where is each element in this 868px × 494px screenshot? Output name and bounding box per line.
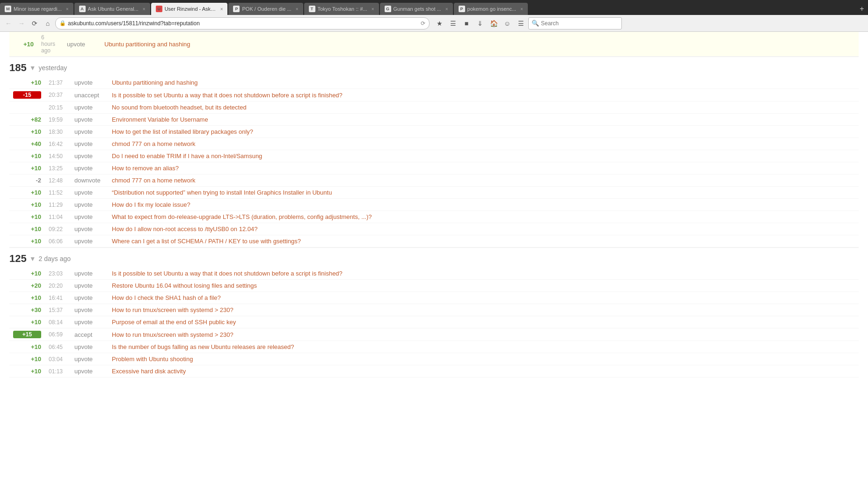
title-cell[interactable]: Is the number of bugs falling as new Ubu…: [108, 341, 859, 353]
action-cell: upvote: [71, 304, 108, 316]
time-cell: 09:22: [45, 223, 71, 235]
browser-tab-tab5[interactable]: TTokyo Toshokan :: #...×: [304, 3, 379, 15]
tab-close-button[interactable]: ×: [143, 7, 146, 12]
title-cell[interactable]: chmod 777 on a home network: [108, 174, 859, 187]
question-link[interactable]: What to expect from do-release-upgrade L…: [112, 213, 372, 220]
question-link[interactable]: Environment Variable for Username: [112, 116, 208, 123]
tab-close-button[interactable]: ×: [372, 7, 374, 12]
question-link[interactable]: How do I allow non-root access to /ttyUS…: [112, 225, 257, 232]
time-cell: 23:03: [45, 268, 71, 280]
question-link[interactable]: Do I need to enable TRIM if I have a non…: [112, 153, 262, 160]
question-link[interactable]: How to run tmux/screen with systemd > 23…: [112, 306, 233, 313]
question-link[interactable]: How do I fix my locale issue?: [112, 201, 190, 208]
back-button[interactable]: ←: [3, 18, 14, 29]
title-cell[interactable]: Do I need to enable TRIM if I have a non…: [108, 150, 859, 162]
title-cell[interactable]: Purpose of email at the end of SSH publi…: [108, 316, 859, 328]
title-cell[interactable]: Environment Variable for Username: [108, 114, 859, 126]
day-arrow-icon[interactable]: ▼: [29, 255, 36, 262]
title-cell[interactable]: “Distribution not supported” when trying…: [108, 187, 859, 199]
question-link[interactable]: How to remove an alias?: [112, 165, 179, 172]
action-cell: upvote: [71, 102, 108, 114]
browser-tab-tab4[interactable]: PPOK / Ouderen die ...×: [228, 3, 303, 15]
question-link[interactable]: How do I check the SHA1 hash of a file?: [112, 294, 221, 301]
bookmark-star-button[interactable]: ★: [433, 17, 445, 29]
question-link[interactable]: How to run tmux/screen with systemd > 23…: [112, 331, 233, 338]
forward-button[interactable]: →: [16, 18, 27, 29]
table-row: +10 23:03 upvote Is it possible to set U…: [9, 268, 859, 280]
title-cell[interactable]: How to remove an alias?: [108, 162, 859, 174]
title-cell[interactable]: How do I check the SHA1 hash of a file?: [108, 292, 859, 304]
question-link[interactable]: Is the number of bugs falling as new Ubu…: [112, 343, 294, 350]
action-cell: upvote: [63, 32, 101, 57]
shield-button[interactable]: ■: [460, 17, 473, 29]
browser-tab-tab1[interactable]: MMinor issue regardi...×: [0, 3, 73, 15]
browser-tab-tab2[interactable]: AAsk Ubuntu General...×: [74, 3, 150, 15]
tab-close-button[interactable]: ×: [445, 7, 448, 12]
title-cell[interactable]: Where can I get a list of SCHEMA / PATH …: [108, 235, 859, 247]
title-cell[interactable]: chmod 777 on a home network: [108, 138, 859, 150]
question-link[interactable]: “Distribution not supported” when trying…: [112, 189, 332, 196]
question-link[interactable]: Ubuntu partitioning and hashing: [104, 41, 190, 48]
title-cell[interactable]: Excessive hard disk activity: [108, 365, 859, 378]
reader-mode-button[interactable]: ☰: [447, 17, 459, 29]
reload-button[interactable]: ⟳: [29, 18, 40, 29]
browser-tab-tab6[interactable]: GGunman gets shot ...×: [380, 3, 453, 15]
tab-close-button[interactable]: ×: [296, 7, 299, 12]
title-cell[interactable]: What to expect from do-release-upgrade L…: [108, 211, 859, 223]
time-cell: 20:15: [45, 102, 71, 114]
table-row: +82 19:59 upvote Environment Variable fo…: [9, 114, 859, 126]
title-cell[interactable]: Ubuntu partitioning and hashing: [108, 77, 859, 89]
tab-close-button[interactable]: ×: [220, 7, 223, 12]
address-bar[interactable]: 🔒 ⟳: [55, 17, 430, 29]
title-cell[interactable]: How to run tmux/screen with systemd > 23…: [108, 304, 859, 316]
browser-tab-tab7[interactable]: Ppokemon go insenc...×: [454, 3, 528, 15]
time-cell: 18:30: [45, 126, 71, 138]
table-row: -15 20:37 unaccept Is it possible to set…: [9, 89, 859, 102]
day-header: 185 ▼ yesterday: [9, 57, 859, 77]
score-cell: +10: [9, 211, 45, 223]
action-cell: upvote: [71, 316, 108, 328]
score-value: +10: [31, 238, 41, 245]
title-cell[interactable]: How do I fix my locale issue?: [108, 199, 859, 211]
question-link[interactable]: Purpose of email at the end of SSH publi…: [112, 319, 236, 326]
refresh-icon[interactable]: ⟳: [421, 20, 425, 27]
question-link[interactable]: Where can I get a list of SCHEMA / PATH …: [112, 238, 301, 245]
tab-close-button[interactable]: ×: [66, 7, 69, 12]
search-input[interactable]: [541, 20, 619, 27]
title-cell[interactable]: How to run tmux/screen with systemd > 23…: [108, 328, 859, 341]
title-cell[interactable]: How do I allow non-root access to /ttyUS…: [108, 223, 859, 235]
address-input[interactable]: [68, 20, 419, 27]
search-bar[interactable]: 🔍: [528, 17, 622, 29]
score-value: +30: [31, 306, 41, 313]
score-cell: +30: [9, 304, 45, 316]
question-link[interactable]: chmod 777 on a home network: [112, 177, 196, 184]
browser-tab-tab3[interactable]: UUser Rinzwind - Ask ...×: [151, 3, 228, 15]
title-cell[interactable]: Is it possible to set Ubuntu a way that …: [108, 268, 859, 280]
new-tab-button[interactable]: +: [856, 3, 868, 15]
time-cell: 12:48: [45, 174, 71, 187]
title-cell[interactable]: How to get the list of installed library…: [108, 126, 859, 138]
home-nav-button[interactable]: 🏠: [488, 17, 500, 29]
day-arrow-icon[interactable]: ▼: [29, 64, 36, 72]
question-link[interactable]: Problem with Ubuntu shooting: [112, 356, 193, 363]
title-cell[interactable]: Problem with Ubuntu shooting: [108, 353, 859, 365]
question-link[interactable]: Is it possible to set Ubuntu a way that …: [112, 270, 343, 277]
home-button[interactable]: ⌂: [42, 18, 53, 29]
menu-button[interactable]: ☰: [515, 17, 527, 29]
title-cell[interactable]: No sound from bluetooth headset, but its…: [108, 102, 859, 114]
question-link[interactable]: Excessive hard disk activity: [112, 368, 186, 375]
tab-close-button[interactable]: ×: [520, 7, 523, 12]
smiley-button[interactable]: ☺: [501, 17, 513, 29]
question-link[interactable]: chmod 777 on a home network: [112, 140, 196, 147]
score-cell: +10: [9, 341, 45, 353]
question-link[interactable]: How to get the list of installed library…: [112, 128, 253, 135]
question-link[interactable]: Is it possible to set Ubuntu a way that …: [112, 92, 343, 99]
score-cell: +10: [9, 199, 45, 211]
title-cell[interactable]: Ubuntu partitioning and hashing: [101, 32, 859, 57]
question-link[interactable]: Restore Ubuntu 16.04 without losing file…: [112, 282, 257, 289]
download-button[interactable]: ⇓: [474, 17, 486, 29]
question-link[interactable]: Ubuntu partitioning and hashing: [112, 79, 198, 86]
title-cell[interactable]: Restore Ubuntu 16.04 without losing file…: [108, 280, 859, 292]
title-cell[interactable]: Is it possible to set Ubuntu a way that …: [108, 89, 859, 102]
question-link[interactable]: No sound from bluetooth headset, but its…: [112, 104, 247, 111]
